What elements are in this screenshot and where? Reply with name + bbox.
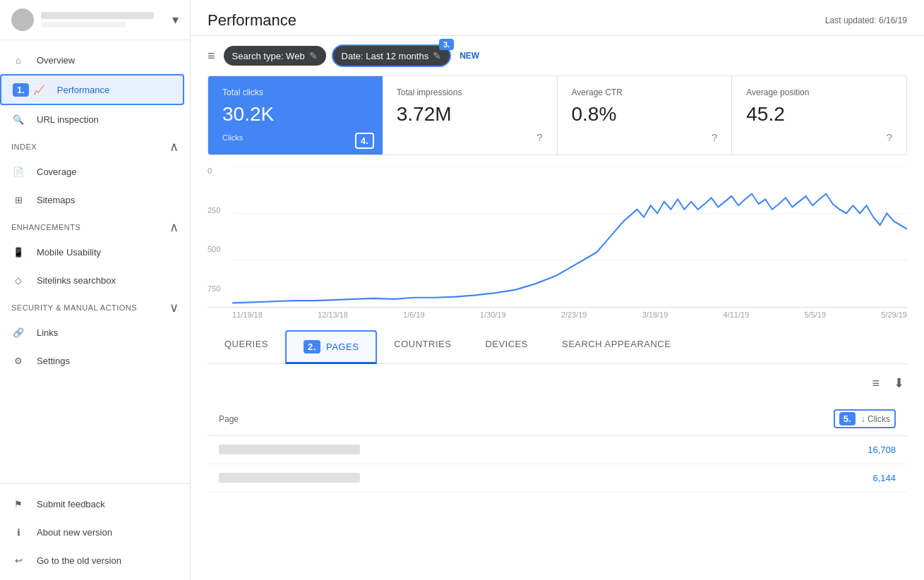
- tab-countries[interactable]: COUNTRIES: [377, 330, 468, 364]
- tabs-section: QUERIES 2. PAGES COUNTRIES DEVICES SEARC…: [191, 330, 924, 493]
- sidebar-item-go-old-version[interactable]: ↩ Go to the old version: [0, 546, 184, 574]
- x-label-5: 2/23/19: [561, 310, 587, 319]
- tab-devices[interactable]: DEVICES: [468, 330, 545, 364]
- table-row: 6,144: [208, 464, 907, 493]
- enhancements-section-label: Enhancements ∧: [0, 214, 190, 238]
- metric-position-help-icon[interactable]: ?: [887, 131, 892, 143]
- enhancements-chevron[interactable]: ∧: [169, 219, 179, 235]
- sidebar-item-about-new-version[interactable]: ℹ About new version: [0, 518, 184, 546]
- index-section-label: Index ∧: [0, 133, 190, 157]
- new-badge: NEW: [460, 51, 479, 61]
- sidebar-item-submit-feedback[interactable]: ⚑ Submit feedback: [0, 490, 184, 518]
- settings-label: Settings: [37, 356, 70, 366]
- pages-table: Page 5. ↓ Clicks: [208, 402, 907, 493]
- sidebar-item-url-label: URL inspection: [37, 114, 99, 125]
- page-cell-2: [208, 464, 668, 493]
- clicks-cell-1: 16,708: [668, 436, 907, 464]
- clicks-cell-2: 6,144: [668, 464, 907, 493]
- sidebar-item-sitelinks[interactable]: ◇ Sitelinks searchbox: [0, 266, 184, 294]
- mobile-usability-label: Mobile Usability: [37, 247, 101, 258]
- flag-icon: ⚑: [11, 497, 25, 511]
- sidebar-domain: [41, 12, 172, 28]
- index-chevron[interactable]: ∧: [169, 139, 179, 155]
- sitemaps-label: Sitemaps: [37, 195, 75, 205]
- sidebar-item-mobile-usability[interactable]: 📱 Mobile Usability: [0, 238, 184, 266]
- avatar: [11, 8, 34, 31]
- annotation-badge-1: 1.: [13, 83, 29, 97]
- x-label-9: 5/29/19: [881, 310, 907, 319]
- x-label-3: 1/6/19: [403, 310, 425, 319]
- table-toolbar: ≡ ⬇: [208, 364, 907, 402]
- sidebar-expand-icon[interactable]: ▾: [172, 12, 179, 28]
- annotation-badge-3: 3.: [439, 39, 454, 50]
- y-label-750: 750: [208, 284, 232, 293]
- sidebar-item-performance[interactable]: 1. 📈 Performance: [0, 74, 184, 105]
- sidebar-item-url-inspection[interactable]: 🔍 URL inspection: [0, 105, 184, 133]
- page-header: Performance Last updated: 6/16/19: [191, 0, 924, 36]
- phone-icon: 📱: [11, 245, 25, 259]
- filter-rows-icon[interactable]: ≡: [869, 373, 882, 394]
- x-label-2: 12/13/18: [318, 310, 348, 319]
- metric-clicks-label: Total clicks: [222, 87, 368, 97]
- x-label-7: 4/11/19: [724, 310, 750, 319]
- links-label: Links: [37, 327, 58, 338]
- exit-icon: ↩: [11, 553, 25, 567]
- metric-clicks-sub: Clicks: [222, 133, 243, 142]
- chart-x-labels: 11/19/18 12/13/18 1/6/19 1/30/19 2/23/19…: [208, 308, 907, 319]
- filter-icon[interactable]: ≡: [208, 49, 215, 64]
- date-label: Date: Last 12 months: [342, 51, 429, 61]
- date-edit-icon: ✎: [433, 50, 441, 61]
- go-old-version-label: Go to the old version: [37, 555, 121, 566]
- search-type-chip[interactable]: Search type: Web ✎: [224, 46, 326, 66]
- home-icon: ⌂: [11, 53, 25, 67]
- sidebar-nav: ⌂ Overview 1. 📈 Performance 🔍 URL inspec…: [0, 40, 190, 483]
- metric-position-value: 45.2: [746, 103, 892, 126]
- sidebar-item-overview[interactable]: ⌂ Overview: [0, 46, 184, 74]
- metric-ctr-label: Average CTR: [572, 87, 718, 97]
- chart-icon: 📈: [32, 83, 46, 97]
- sidebar-item-overview-label: Overview: [37, 55, 75, 66]
- sitelinks-label: Sitelinks searchbox: [37, 275, 116, 286]
- metric-card-position[interactable]: Average position 45.2 ?: [732, 76, 906, 155]
- chart-y-labels: 750 500 250 0: [208, 167, 232, 293]
- gear-icon: ⚙: [11, 354, 25, 368]
- about-new-version-label: About new version: [37, 527, 112, 538]
- sidebar-item-performance-label: Performance: [57, 85, 109, 95]
- last-updated: Last updated: 6/16/19: [825, 16, 907, 25]
- sidebar-item-links[interactable]: 🔗 Links: [0, 318, 184, 346]
- sidebar-item-settings[interactable]: ⚙ Settings: [0, 346, 184, 375]
- metric-clicks-value: 30.2K: [222, 103, 368, 126]
- col-clicks: 5. ↓ Clicks: [668, 402, 907, 436]
- search-type-edit-icon: ✎: [309, 50, 318, 61]
- annotation-badge-5: 5.: [839, 412, 856, 425]
- chart-area: 750 500 250 0 11/19/18 12/13/18 1/6/19 1…: [191, 155, 924, 319]
- sidebar-item-coverage[interactable]: 📄 Coverage: [0, 157, 184, 186]
- metric-ctr-help-icon[interactable]: ?: [712, 131, 717, 143]
- tab-search-appearance[interactable]: SEARCH APPEARANCE: [545, 330, 688, 364]
- download-icon[interactable]: ⬇: [891, 373, 907, 394]
- tab-pages[interactable]: 2. PAGES: [285, 330, 377, 364]
- info-icon: ℹ: [11, 525, 25, 539]
- performance-chart: [232, 167, 907, 307]
- coverage-label: Coverage: [37, 167, 76, 177]
- grid-icon: ⊞: [11, 193, 25, 207]
- y-label-250: 250: [208, 206, 232, 215]
- metric-impressions-help-icon[interactable]: ?: [536, 131, 542, 143]
- security-chevron[interactable]: ∨: [169, 300, 179, 315]
- table-row: 16,708: [208, 436, 907, 464]
- x-label-1: 11/19/18: [232, 310, 263, 319]
- col-clicks-header: 5. ↓ Clicks: [834, 409, 896, 428]
- metric-card-clicks[interactable]: Total clicks 30.2K Clicks ? 4.: [208, 76, 383, 155]
- metric-ctr-value: 0.8%: [572, 103, 718, 126]
- sidebar-item-sitemaps[interactable]: ⊞ Sitemaps: [0, 186, 184, 214]
- metric-card-impressions[interactable]: Total impressions 3.72M ?: [383, 76, 558, 155]
- x-label-4: 1/30/19: [480, 310, 506, 319]
- security-section-label: Security & Manual Actions ∨: [0, 294, 190, 318]
- x-label-6: 3/18/19: [642, 310, 668, 319]
- metric-card-ctr[interactable]: Average CTR 0.8% ?: [558, 76, 733, 155]
- metric-position-label: Average position: [746, 87, 892, 97]
- filter-bar: ≡ Search type: Web ✎ 3. Date: Last 12 mo…: [191, 36, 924, 75]
- tab-queries[interactable]: QUERIES: [208, 330, 285, 364]
- y-label-500: 500: [208, 245, 232, 253]
- date-chip[interactable]: 3. Date: Last 12 months ✎: [332, 44, 452, 67]
